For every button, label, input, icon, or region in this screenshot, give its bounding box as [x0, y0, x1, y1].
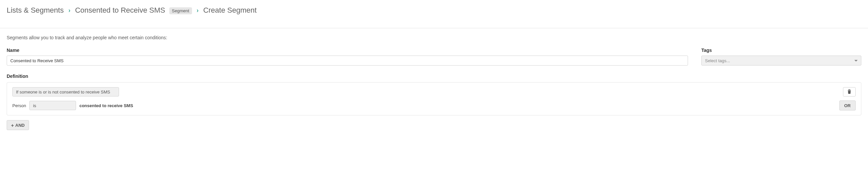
- breadcrumb-segment[interactable]: Consented to Receive SMS Segment: [75, 6, 192, 15]
- name-input[interactable]: [7, 56, 688, 66]
- definition-label: Definition: [7, 74, 861, 79]
- tags-label: Tags: [701, 47, 861, 53]
- and-label: AND: [16, 123, 25, 128]
- name-label: Name: [7, 47, 688, 53]
- chevron-right-icon: ›: [68, 7, 70, 14]
- breadcrumb-segment-name: Consented to Receive SMS: [75, 6, 165, 14]
- operator-select[interactable]: is: [29, 101, 76, 110]
- chevron-down-icon: [854, 60, 858, 62]
- tags-select[interactable]: Select tags...: [701, 56, 861, 66]
- tags-placeholder: Select tags...: [705, 58, 730, 63]
- condition-suffix: consented to receive SMS: [79, 103, 133, 108]
- condition-type-select[interactable]: If someone is or is not consented to rec…: [12, 87, 119, 97]
- plus-icon: +: [11, 123, 14, 128]
- chevron-right-icon: ›: [197, 7, 199, 14]
- person-label: Person: [12, 103, 26, 108]
- breadcrumb: Lists & Segments › Consented to Receive …: [7, 6, 861, 21]
- segment-type-badge: Segment: [169, 7, 192, 14]
- divider: [0, 28, 868, 28]
- or-button[interactable]: OR: [839, 101, 856, 110]
- breadcrumb-current: Create Segment: [203, 6, 257, 15]
- intro-text: Segments allow you to track and analyze …: [7, 35, 861, 40]
- trash-icon: [847, 89, 851, 95]
- definition-block: If someone is or is not consented to rec…: [7, 82, 861, 115]
- operator-value: is: [33, 103, 36, 108]
- delete-condition-button[interactable]: [843, 87, 856, 97]
- add-and-button[interactable]: + AND: [7, 120, 29, 130]
- breadcrumb-root[interactable]: Lists & Segments: [7, 6, 64, 15]
- condition-type-value: If someone is or is not consented to rec…: [16, 89, 110, 95]
